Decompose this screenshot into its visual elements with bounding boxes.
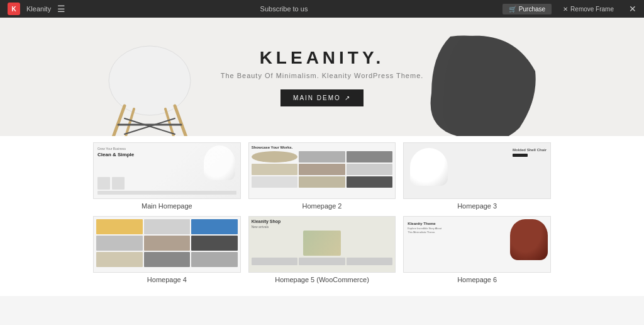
thumb-hp5-title: Kleanity Shop bbox=[252, 219, 393, 224]
thumb-hp4-item-5 bbox=[144, 236, 191, 251]
thumb-hp4-item-6 bbox=[191, 236, 238, 251]
thumb-hp5-item-2 bbox=[299, 258, 345, 265]
thumb-hp2-grid bbox=[252, 151, 393, 188]
thumbnails-section: Grow Your Business Clean & Simple Main H… bbox=[0, 136, 644, 296]
thumbnail-homepage-6[interactable]: Kleanity Theme Explore Incredible Story … bbox=[403, 216, 551, 283]
thumb-main-label: Main Homepage bbox=[142, 202, 192, 210]
thumb-hp4-grid bbox=[96, 219, 238, 267]
kleanity-logo: K bbox=[8, 3, 20, 15]
purchase-button[interactable]: 🛒 Purchase bbox=[502, 4, 552, 14]
external-link-icon: ↗ bbox=[345, 94, 351, 101]
hero-title: KLEANITY. bbox=[221, 48, 424, 68]
topbar-left: K Kleanity ☰ bbox=[8, 3, 65, 15]
topbar-title: Kleanity bbox=[26, 5, 51, 13]
top-bar: K Kleanity ☰ Subscribe to us 🛒 Purchase … bbox=[0, 0, 644, 18]
thumbnail-homepage-5[interactable]: Kleanity Shop New arrivals Homepage 5 (W… bbox=[248, 216, 396, 283]
thumb-hp3-title: Molded Shell Chair bbox=[513, 148, 547, 152]
thumb-hp6-img: Kleanity Theme Explore Incredible Story … bbox=[403, 216, 551, 273]
thumb-hp4-img bbox=[93, 216, 241, 273]
thumb-hp2-item-4 bbox=[252, 164, 298, 175]
thumb-hp6-title: Kleanity Theme bbox=[408, 222, 445, 225]
thumb-hp2-item-7 bbox=[252, 176, 298, 188]
hero-chair-left bbox=[93, 30, 206, 136]
thumb-main-img: Grow Your Business Clean & Simple bbox=[93, 142, 241, 199]
thumb-main-items bbox=[97, 177, 125, 190]
thumb-hp2-item-6 bbox=[347, 164, 393, 175]
main-demo-button[interactable]: MAIN DEMO ↗ bbox=[280, 89, 364, 106]
thumbnail-homepage-2[interactable]: Showcase Your Works. Homepage 2 bbox=[248, 142, 396, 210]
menu-icon[interactable]: ☰ bbox=[57, 4, 65, 14]
thumb-hp2-item-8 bbox=[299, 176, 345, 188]
thumbnail-homepage-4[interactable]: Homepage 4 bbox=[93, 216, 241, 283]
thumbnails-row-1: Grow Your Business Clean & Simple Main H… bbox=[93, 142, 551, 210]
purchase-label: Purchase bbox=[519, 6, 545, 13]
main-demo-label: MAIN DEMO bbox=[293, 94, 341, 101]
remove-frame-label: Remove Frame bbox=[570, 6, 614, 13]
thumb-hp2-heading: Showcase Your Works. bbox=[252, 145, 393, 149]
thumb-hp6-label: Homepage 6 bbox=[457, 276, 497, 283]
thumb-hp4-item-7 bbox=[96, 252, 143, 267]
thumb-hp4-item-2 bbox=[144, 219, 191, 234]
cart-icon: 🛒 bbox=[509, 6, 516, 13]
thumb-hp6-chair bbox=[510, 219, 548, 260]
thumb-hp2-item-3 bbox=[347, 151, 393, 162]
thumb-hp4-item-8 bbox=[144, 252, 191, 267]
thumb-hp5-item-3 bbox=[347, 258, 393, 265]
thumb-item-1 bbox=[97, 177, 110, 190]
thumbnail-homepage-3[interactable]: Molded Shell Chair Homepage 3 bbox=[403, 142, 551, 210]
thumb-hp3-chair bbox=[410, 148, 448, 186]
thumb-hp2-item-9 bbox=[347, 176, 393, 188]
thumb-hp2-item-1 bbox=[252, 151, 298, 162]
hero-subtitle: The Beauty Of Minimalism. Kleanity WordP… bbox=[221, 72, 424, 79]
thumb-hp5-item-1 bbox=[252, 258, 298, 265]
thumb-hp6-text: Kleanity Theme Explore Incredible Story … bbox=[408, 222, 445, 234]
thumb-hp3-btn bbox=[513, 154, 528, 157]
right-chair-svg bbox=[413, 30, 538, 136]
thumb-hp4-item-3 bbox=[191, 219, 238, 234]
svg-line-1 bbox=[112, 106, 125, 136]
thumb-hp4-label: Homepage 4 bbox=[147, 276, 187, 283]
thumb-hp2-img: Showcase Your Works. bbox=[248, 142, 396, 199]
hero-text: KLEANITY. The Beauty Of Minimalism. Klea… bbox=[221, 48, 424, 106]
thumb-hp2-item-2 bbox=[299, 151, 345, 162]
remove-icon: ✕ bbox=[563, 6, 568, 13]
thumb-main-nav bbox=[97, 191, 236, 195]
hero-section: KLEANITY. The Beauty Of Minimalism. Klea… bbox=[0, 18, 644, 136]
thumb-hp5-product-img bbox=[303, 231, 341, 256]
thumb-hp5-img: Kleanity Shop New arrivals bbox=[248, 216, 396, 273]
close-icon[interactable]: ✕ bbox=[629, 4, 636, 14]
thumb-hp3-img: Molded Shell Chair bbox=[403, 142, 551, 199]
thumb-hp3-label: Homepage 3 bbox=[457, 202, 497, 210]
hero-chair-right bbox=[413, 30, 551, 136]
remove-frame-button[interactable]: ✕ Remove Frame bbox=[557, 4, 620, 14]
topbar-subscribe[interactable]: Subscribe to us bbox=[260, 5, 308, 13]
thumb-hp2-label: Homepage 2 bbox=[303, 202, 342, 210]
thumb-hp4-item-9 bbox=[191, 252, 238, 267]
svg-line-2 bbox=[175, 106, 187, 136]
thumbnail-main-homepage[interactable]: Grow Your Business Clean & Simple Main H… bbox=[93, 142, 241, 210]
svg-point-0 bbox=[109, 46, 191, 115]
thumb-hp4-item-4 bbox=[96, 236, 143, 251]
topbar-right: 🛒 Purchase ✕ Remove Frame ✕ bbox=[502, 4, 636, 14]
thumb-hp6-subtitle: Explore Incredible Story About This Mini… bbox=[408, 227, 445, 234]
thumb-hp5-items bbox=[252, 258, 393, 265]
thumb-chair-decoration bbox=[204, 145, 235, 180]
thumb-item-2 bbox=[112, 177, 125, 190]
left-chair-svg bbox=[99, 37, 200, 136]
thumb-hp2-item-5 bbox=[299, 164, 345, 175]
thumb-hp4-item-1 bbox=[96, 219, 143, 234]
logo-letter: K bbox=[11, 6, 16, 13]
thumb-hp3-text: Molded Shell Chair bbox=[513, 148, 547, 157]
thumb-hp5-subtitle: New arrivals bbox=[252, 225, 393, 229]
thumb-hp5-label: Homepage 5 (WooCommerce) bbox=[275, 276, 369, 283]
thumbnails-row-2: Homepage 4 Kleanity Shop New arrivals Ho… bbox=[93, 216, 551, 283]
